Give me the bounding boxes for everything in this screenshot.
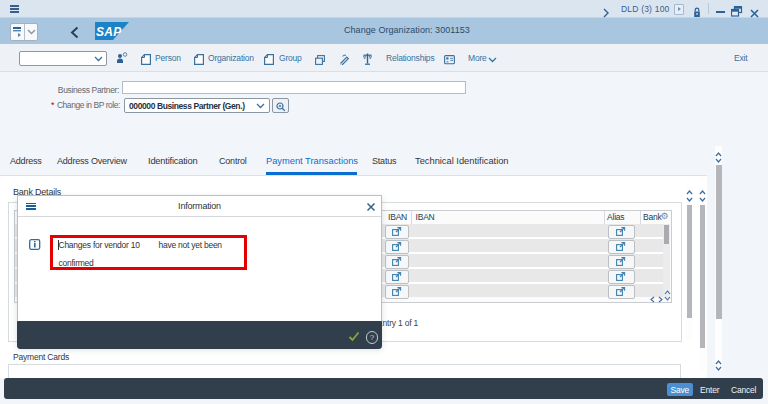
svg-text:SAP: SAP: [96, 25, 122, 39]
